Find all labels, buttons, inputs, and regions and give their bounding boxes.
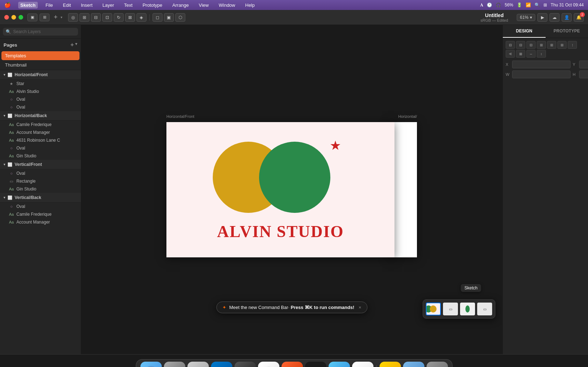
layer-gin-studio-2[interactable]: Aa Gin Studio bbox=[0, 185, 81, 193]
h-input[interactable] bbox=[579, 70, 588, 78]
thumbnail-3[interactable] bbox=[460, 303, 475, 315]
search-layers-input[interactable] bbox=[13, 29, 75, 34]
dock-launchpad[interactable]: ⊞ bbox=[164, 362, 185, 367]
flatten-tool[interactable]: ⬡ bbox=[175, 13, 185, 22]
dock-terminal[interactable]: >_ bbox=[305, 362, 326, 367]
control-center-icon[interactable]: ⊞ bbox=[543, 2, 547, 7]
cloud-sync-icon[interactable]: ☁ bbox=[550, 13, 559, 22]
clock-icon[interactable]: 🕐 bbox=[487, 2, 492, 7]
align-center-h-button[interactable]: ⊟ bbox=[516, 41, 525, 49]
canvas-area[interactable]: Horizontal/ CA 4C 7cagi Horizontal/Front bbox=[81, 25, 502, 354]
dock-balena[interactable]: ⬡ bbox=[282, 362, 303, 367]
layer-group-horizontal-front[interactable]: ▾ ⬜ Horizontal/Front bbox=[0, 70, 81, 80]
wifi-icon[interactable]: 📶 bbox=[526, 2, 531, 7]
layer-group-vertical-front[interactable]: ▾ ⬜ Vertical/Front bbox=[0, 160, 81, 169]
align-tool[interactable]: ⊞ bbox=[79, 13, 89, 22]
add-page-button[interactable]: + bbox=[71, 42, 74, 48]
layer-account-manager-2[interactable]: Aa Account Manager bbox=[0, 218, 81, 226]
menu-prototype[interactable]: Prototype bbox=[140, 2, 165, 9]
x-input[interactable] bbox=[512, 61, 571, 68]
search-icon[interactable]: 🔍 bbox=[535, 2, 540, 7]
menu-file[interactable]: File bbox=[43, 2, 55, 9]
menu-edit[interactable]: Edit bbox=[61, 2, 73, 9]
layer-alvin-studio[interactable]: Aa Alvin Studio bbox=[0, 88, 81, 95]
select-tool[interactable]: ◎ bbox=[68, 13, 78, 22]
apple-logo-icon[interactable]: 🍎 bbox=[4, 2, 11, 8]
menu-help[interactable]: Help bbox=[243, 2, 257, 9]
dock-app-store[interactable]: 🅰 bbox=[329, 362, 350, 367]
transform-tool[interactable]: ⊡ bbox=[102, 13, 112, 22]
layer-oval-4[interactable]: ○ Oval bbox=[0, 169, 81, 177]
layer-group-vertical-back[interactable]: ▾ ⬜ Vertical/Back bbox=[0, 193, 81, 203]
command-bar-close-button[interactable]: × bbox=[359, 305, 361, 310]
dock-folder[interactable]: 📁 bbox=[403, 362, 424, 367]
mirror-tool[interactable]: ⊠ bbox=[125, 13, 135, 22]
align-bottom-button[interactable]: ⊞ bbox=[557, 41, 567, 49]
dock-sketch[interactable] bbox=[380, 362, 401, 367]
dock-system-preferences[interactable]: ⚙️ bbox=[187, 362, 209, 367]
layer-star[interactable]: ★ Star bbox=[0, 80, 81, 88]
tab-prototype[interactable]: PROTOTYPE bbox=[546, 25, 588, 38]
menu-text[interactable]: Text bbox=[122, 2, 135, 9]
flip-v-button[interactable]: ↕ bbox=[537, 50, 546, 58]
zoom-button[interactable] bbox=[19, 15, 23, 20]
tab-design[interactable]: DESIGN bbox=[503, 25, 546, 38]
w-input[interactable] bbox=[512, 70, 571, 78]
layer-group-horizontal-back[interactable]: ▾ ⬜ Horizontal/Back bbox=[0, 111, 81, 121]
page-templates[interactable]: Templates bbox=[1, 51, 79, 60]
single-view-button[interactable]: ▣ bbox=[27, 14, 37, 21]
group-tool[interactable]: ▣ bbox=[164, 13, 174, 22]
y-input[interactable] bbox=[579, 61, 588, 68]
dock-vscode[interactable]: ⟨⟩ bbox=[211, 362, 232, 367]
align-top-button[interactable]: ⊞ bbox=[537, 41, 546, 49]
artboard[interactable]: ★ ALVIN STUDIO bbox=[166, 122, 394, 257]
minimize-button[interactable] bbox=[11, 15, 16, 20]
user-icon[interactable]: 👤 bbox=[562, 13, 572, 22]
menu-sketch[interactable]: Sketch bbox=[18, 2, 38, 9]
dock-iphone-mirror[interactable]: 📱 bbox=[234, 362, 256, 367]
align-right-button[interactable]: ⊟ bbox=[526, 41, 536, 49]
layer-rectangle[interactable]: ▭ Rectangle bbox=[0, 177, 81, 185]
page-thumbnail[interactable]: Thumbnail bbox=[1, 61, 79, 69]
layer-camile-frederique[interactable]: Aa Camile Frederique bbox=[0, 121, 81, 129]
headphones-icon[interactable]: 🎧 bbox=[496, 2, 501, 7]
abstract-icon[interactable]: 𝐀 bbox=[480, 2, 483, 8]
thumbnail-2[interactable]: ▭ bbox=[443, 303, 458, 315]
layer-gin-studio-1[interactable]: Aa Gin Studio bbox=[0, 152, 81, 160]
layer-oval-5[interactable]: ○ Oval bbox=[0, 203, 81, 210]
distribute-v-button[interactable]: ⫷ bbox=[506, 50, 515, 58]
dock-chrome[interactable] bbox=[258, 362, 279, 367]
zoom-control[interactable]: 61% ▾ bbox=[517, 14, 535, 21]
layer-oval-2[interactable]: ○ Oval bbox=[0, 103, 81, 111]
rotate-tool[interactable]: ↻ bbox=[114, 13, 124, 22]
constrain-button[interactable]: ⊠ bbox=[516, 50, 525, 58]
layer-camile-frederique-2[interactable]: Aa Camile Frederique bbox=[0, 210, 81, 218]
layer-robinson-lane[interactable]: Aa 4631 Robinson Lane C bbox=[0, 136, 81, 144]
menu-insert[interactable]: Insert bbox=[79, 2, 95, 9]
boolean-tool[interactable]: ◈ bbox=[136, 13, 146, 22]
grid-view-button[interactable]: ⊞ bbox=[40, 14, 50, 21]
distribute-h-button[interactable]: ⫶ bbox=[568, 41, 577, 49]
flip-h-button[interactable]: ↔ bbox=[526, 50, 536, 58]
menu-view[interactable]: View bbox=[197, 2, 211, 9]
thumbnail-4[interactable]: ▭ bbox=[477, 303, 492, 315]
add-chevron-icon[interactable]: ▾ bbox=[61, 15, 62, 19]
play-button[interactable]: ▶ bbox=[537, 13, 547, 22]
dock-safari[interactable] bbox=[352, 362, 373, 367]
dock-trash[interactable]: 🗑 bbox=[427, 362, 448, 367]
menu-arrange[interactable]: Arrange bbox=[170, 2, 191, 9]
layer-account-manager[interactable]: Aa Account Manager bbox=[0, 129, 81, 136]
menu-layer[interactable]: Layer bbox=[100, 2, 117, 9]
close-button[interactable] bbox=[4, 15, 9, 20]
notifications-button[interactable]: 🔔 2 bbox=[574, 13, 584, 22]
layer-oval-1[interactable]: ○ Oval bbox=[0, 95, 81, 103]
align-center-v-button[interactable]: ⊞ bbox=[547, 41, 556, 49]
distribute-tool[interactable]: ⊟ bbox=[91, 13, 101, 22]
layer-oval-3[interactable]: ○ Oval bbox=[0, 144, 81, 152]
dock-finder[interactable]: ☺ bbox=[140, 362, 162, 367]
menu-window[interactable]: Window bbox=[217, 2, 237, 9]
pages-chevron-icon[interactable]: ▾ bbox=[75, 42, 77, 48]
align-left-button[interactable]: ⊟ bbox=[506, 41, 515, 49]
mask-tool[interactable]: ◻ bbox=[153, 13, 163, 22]
thumbnail-1[interactable] bbox=[426, 303, 441, 315]
